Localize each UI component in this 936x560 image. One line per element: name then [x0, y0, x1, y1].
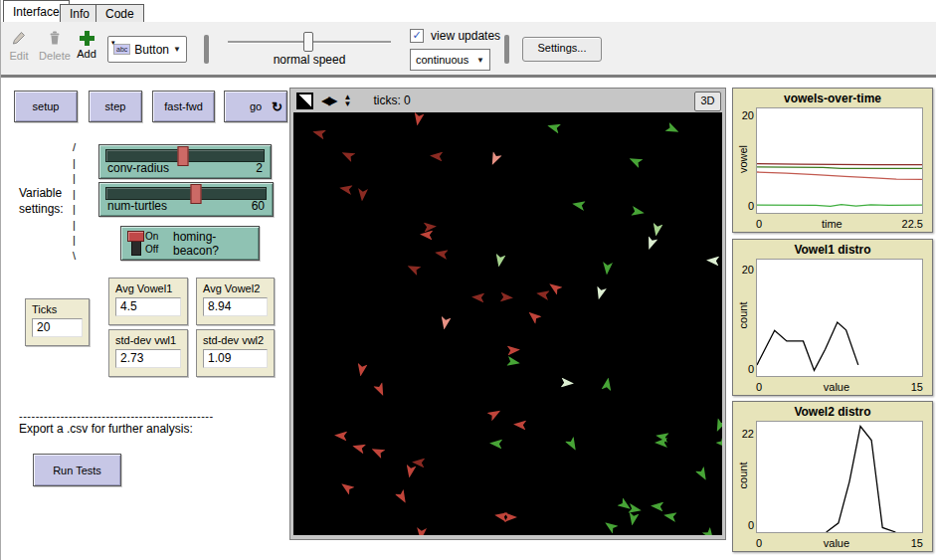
edit-button[interactable]: Edit — [3, 30, 35, 62]
view-updates-label: view updates — [431, 29, 500, 43]
slider-value: 2 — [256, 161, 263, 175]
speed-slider-label: normal speed — [228, 53, 391, 67]
plot-title: vowels-over-time — [733, 92, 932, 105]
x-axis-tick: 0 — [756, 218, 762, 230]
add-label: Add — [73, 48, 100, 60]
turtle — [487, 151, 502, 167]
x-axis: 0 value 15 — [756, 537, 923, 549]
y-axis-tick: 22 — [735, 428, 754, 440]
setup-label: setup — [33, 100, 60, 112]
std-dev-vwl1-monitor: std-dev vwl1 2.73 — [108, 329, 188, 377]
netlogo-window: { "tabs": [ {"label": "Interface"}, {"la… — [0, 0, 936, 560]
toolbar-separator — [504, 35, 509, 64]
tab-bar: Interface Info Code — [1, 0, 936, 23]
ticks-monitor: Ticks 20 — [25, 298, 90, 346]
run-tests-label: Run Tests — [53, 465, 101, 476]
widget-type-dropdown[interactable]: ▾ abc Button ▼ — [107, 36, 187, 63]
turtle — [357, 188, 368, 202]
widget-type-value: Button — [134, 43, 169, 57]
plot-title: Vowel1 distro — [733, 243, 932, 257]
conv-radius-slider[interactable]: conv-radius 2 — [98, 144, 272, 179]
x-axis: 0 time 22.5 — [756, 218, 923, 230]
go-button[interactable]: go ↻ — [224, 91, 287, 122]
add-button[interactable]: Add — [73, 30, 100, 60]
update-mode-value: continuous — [416, 54, 468, 66]
fast-fwd-button[interactable]: fast-fwd — [152, 91, 215, 122]
speed-slider-thumb[interactable] — [303, 32, 313, 52]
turtle — [651, 500, 664, 511]
y-axis-tick: 0 — [735, 363, 754, 375]
delete-label: Delete — [35, 50, 75, 62]
fast-fwd-label: fast-fwd — [164, 100, 203, 112]
turtle — [565, 437, 580, 453]
speed-slider[interactable]: normal speed — [228, 22, 391, 75]
turtle — [338, 479, 354, 495]
turtle — [504, 512, 517, 522]
y-axis-label: count — [737, 295, 749, 335]
y-axis-tick: 0 — [735, 200, 754, 212]
monitor-label: Ticks — [32, 303, 83, 315]
slider-thumb[interactable] — [178, 146, 189, 166]
turtle — [405, 262, 421, 277]
num-turtles-slider[interactable]: num-turtles 60 — [98, 182, 274, 217]
x-axis-tick: 0 — [756, 537, 762, 549]
vowel1-distro-plot: Vowel1 distro 20 count 0 0 value 15 — [732, 239, 933, 396]
turtle — [339, 148, 355, 163]
turtle — [627, 154, 643, 169]
vowels-over-time-plot: vowels-over-time 20 vowel 0 0 time 22.5 — [732, 88, 933, 233]
x-axis-tick: 0 — [756, 381, 762, 393]
turtle — [601, 377, 613, 392]
turtle — [334, 430, 348, 441]
forever-loop-icon: ↻ — [272, 99, 282, 114]
slider-label: num-turtles — [107, 199, 167, 213]
chevron-down-icon: ▼ — [476, 56, 484, 65]
delete-button[interactable]: Delete — [35, 30, 75, 62]
variable-settings-note: Variable settings: — [19, 185, 64, 217]
monitor-label: Avg Vowel1 — [115, 282, 181, 294]
turtle — [439, 316, 451, 331]
brace-note: / | | | | | | \ — [73, 140, 76, 264]
tab-code[interactable]: Code — [95, 4, 144, 23]
divider-note: ----------------------------------------… — [19, 410, 214, 422]
x-axis-label: value — [824, 537, 849, 549]
view-updates-checkbox[interactable]: ✓ view updates — [410, 29, 500, 43]
3d-button[interactable]: 3D — [694, 92, 721, 111]
switch-knob[interactable] — [127, 231, 144, 242]
turtle — [404, 465, 416, 479]
turtle — [662, 510, 677, 522]
slider-value: 60 — [252, 199, 265, 213]
avg-vowel2-monitor: Avg Vowel2 8.94 — [196, 278, 275, 325]
y-axis-label: vowel — [737, 139, 749, 179]
vertical-arrows-icon: ▲▼ — [343, 93, 351, 107]
horizontal-arrows-icon: ◀▶ — [321, 93, 335, 107]
turtle — [602, 518, 618, 534]
vowel2-distro-plot: Vowel2 distro 22 count 0 0 value 15 — [732, 401, 933, 552]
abc-widget-icon: ▾ abc — [113, 44, 130, 55]
x-axis-tick: 15 — [911, 381, 923, 393]
toolbar: Edit Delete Add ▾ abc Button ▼ normal sp… — [1, 22, 936, 78]
step-button[interactable]: step — [89, 91, 142, 122]
monitor-value: 4.5 — [115, 297, 181, 316]
step-label: step — [105, 100, 126, 112]
turtle — [311, 126, 326, 139]
setup-button[interactable]: setup — [14, 91, 78, 122]
std-dev-vwl2-monitor: std-dev vwl2 1.09 — [196, 329, 275, 377]
turtle — [513, 419, 527, 430]
avg-vowel1-monitor: Avg Vowel1 4.5 — [108, 278, 188, 325]
monitor-label: std-dev vwl1 — [115, 334, 181, 346]
slider-thumb[interactable] — [190, 184, 201, 204]
turtle — [338, 183, 353, 195]
pencil-icon — [11, 36, 27, 48]
turtle — [645, 236, 658, 252]
tab-info[interactable]: Info — [60, 4, 99, 23]
turtle — [627, 512, 639, 527]
homing-beacon-switch[interactable]: On Off homing-beacon? — [120, 226, 260, 261]
run-tests-button[interactable]: Run Tests — [33, 454, 121, 486]
x-axis-tick: 22.5 — [902, 218, 923, 230]
settings-button[interactable]: Settings... — [522, 37, 602, 62]
monitor-value: 8.94 — [203, 297, 268, 316]
update-mode-dropdown[interactable]: continuous ▼ — [410, 49, 490, 71]
turtle — [655, 438, 667, 448]
plot-title: Vowel2 distro — [733, 405, 932, 419]
ticks-counter: ticks: 0 — [373, 93, 410, 107]
